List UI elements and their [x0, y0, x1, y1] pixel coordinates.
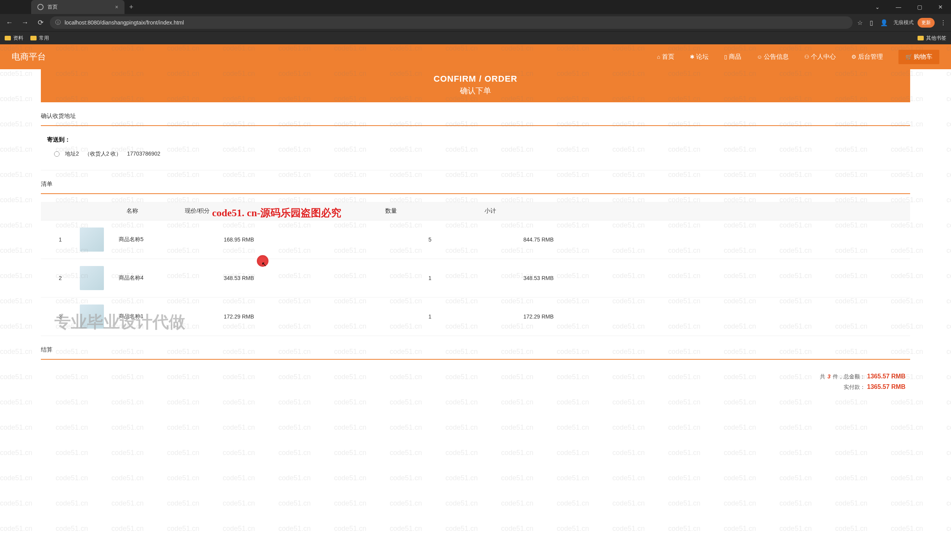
confirm-order-banner: CONFIRM / ORDER 确认下单 — [41, 69, 910, 102]
product-subtotal: 172.29 RMB — [488, 313, 910, 320]
product-subtotal: 844.75 RMB — [488, 236, 910, 243]
url-bar: ← → ⟳ ⓘ localhost:8080/dianshangpingtaix… — [0, 14, 951, 31]
product-price: 172.29 RMB — [224, 313, 372, 320]
info-icon: ⓘ — [55, 19, 61, 26]
product-image — [80, 304, 104, 329]
update-badge[interactable]: 更新 — [918, 18, 935, 28]
browser-tab[interactable]: 首页 × — [31, 0, 125, 14]
forward-button[interactable]: → — [19, 16, 31, 29]
chevron-down-icon[interactable]: ⌄ — [869, 1, 886, 13]
gear-icon: ⚙ — [851, 54, 856, 60]
home-icon: ⌂ — [657, 54, 660, 60]
product-name: 商品名称5 — [115, 236, 224, 243]
new-tab-button[interactable]: + — [125, 3, 138, 11]
row-index: 2 — [41, 275, 80, 281]
row-index: 3 — [41, 313, 80, 320]
divider — [41, 193, 910, 194]
product-icon: ▯ — [724, 54, 727, 60]
maximize-button[interactable]: ▢ — [911, 1, 928, 13]
divider — [41, 125, 910, 126]
product-name: 商品名称1 — [115, 313, 224, 320]
nav-announcements[interactable]: ☺公告信息 — [757, 53, 789, 61]
main-nav: ⌂首页 ✱论坛 ▯商品 ☺公告信息 ⚇个人中心 ⚙后台管理 🛒购物车 — [657, 50, 939, 64]
banner-title-en: CONFIRM / ORDER — [41, 74, 910, 84]
table-row: 3 商品名称1 172.29 RMB 1 172.29 RMB — [41, 298, 910, 336]
product-qty: 5 — [372, 236, 488, 243]
incognito-label: 无痕模式 — [893, 19, 914, 26]
nav-admin[interactable]: ⚙后台管理 — [851, 53, 883, 61]
banner-title-cn: 确认下单 — [41, 86, 910, 96]
product-qty: 1 — [372, 313, 488, 320]
back-button[interactable]: ← — [3, 16, 16, 29]
product-price: 168.95 RMB — [224, 236, 372, 243]
total-line: 共 3 件，总金额：1365.57 RMB — [41, 371, 910, 382]
tab-title: 首页 — [47, 4, 111, 10]
globe-icon — [37, 4, 44, 10]
url-text: localhost:8080/dianshangpingtaix/front/i… — [65, 19, 184, 26]
table-header: 名称 现价/积分 数量 小计 — [41, 202, 910, 220]
address-bar[interactable]: ⓘ localhost:8080/dianshangpingtaix/front… — [50, 16, 853, 29]
product-qty: 1 — [372, 275, 488, 281]
browser-chrome: 首页 × + ⌄ ― ▢ ✕ ← → ⟳ ⓘ localhost:8080/di… — [0, 0, 951, 44]
bookmark-folder-2[interactable]: 常用 — [30, 35, 49, 42]
bookmark-bar: 资料 常用 其他书签 — [0, 31, 951, 44]
nav-cart[interactable]: 🛒购物车 — [898, 50, 939, 64]
user-icon: ⚇ — [804, 54, 809, 60]
table-row: 1 商品名称5 168.95 RMB 5 844.75 RMB — [41, 220, 910, 259]
address-section-title: 确认收货地址 — [41, 102, 910, 125]
star-icon[interactable]: ☆ — [856, 18, 864, 28]
product-name: 商品名称4 — [115, 275, 224, 282]
close-icon[interactable]: × — [115, 4, 118, 10]
product-subtotal: 348.53 RMB — [488, 275, 910, 281]
product-image — [80, 266, 104, 290]
extension-icon[interactable]: ▯ — [868, 18, 875, 28]
nav-home[interactable]: ⌂首页 — [657, 53, 674, 61]
folder-icon — [5, 36, 11, 40]
send-to-label: 寄送到： — [41, 134, 910, 146]
tab-bar: 首页 × + ⌄ ― ▢ ✕ — [0, 0, 951, 14]
site-header: 电商平台 ⌂首页 ✱论坛 ▯商品 ☺公告信息 ⚇个人中心 ⚙后台管理 🛒购物车 — [0, 44, 951, 69]
nav-forum[interactable]: ✱论坛 — [690, 53, 709, 61]
row-index: 1 — [41, 236, 80, 243]
nav-products[interactable]: ▯商品 — [724, 53, 741, 61]
close-window-button[interactable]: ✕ — [932, 1, 949, 13]
settlement: 共 3 件，总金额：1365.57 RMB 实付款：1365.57 RMB — [41, 368, 910, 396]
address-text: 地址2 （收货人2 收） 17703786902 — [65, 150, 160, 158]
menu-icon[interactable]: ⋮ — [939, 18, 948, 28]
forum-icon: ✱ — [690, 54, 695, 60]
divider — [41, 359, 910, 360]
th-subtotal: 小计 — [449, 207, 910, 215]
product-image — [80, 228, 104, 252]
window-controls: ⌄ ― ▢ ✕ — [869, 1, 951, 13]
nav-profile[interactable]: ⚇个人中心 — [804, 53, 836, 61]
settlement-title: 结算 — [41, 336, 910, 359]
cart-icon: 🛒 — [905, 54, 912, 60]
page-viewport: 电商平台 ⌂首页 ✱论坛 ▯商品 ☺公告信息 ⚇个人中心 ⚙后台管理 🛒购物车 … — [0, 44, 951, 560]
address-option[interactable]: 地址2 （收货人2 收） 17703786902 — [41, 146, 910, 162]
list-section-title: 清单 — [41, 170, 910, 193]
table-row: 2 商品名称4 348.53 RMB 1 348.53 RMB — [41, 259, 910, 298]
bookmark-folder-1[interactable]: 资料 — [5, 35, 23, 42]
other-bookmarks[interactable]: 其他书签 — [918, 35, 946, 42]
th-qty: 数量 — [333, 207, 449, 215]
folder-icon — [918, 36, 924, 40]
th-name: 名称 — [41, 207, 185, 215]
incognito-icon: 👤 — [879, 18, 890, 28]
minimize-button[interactable]: ― — [890, 1, 907, 13]
site-logo[interactable]: 电商平台 — [12, 51, 46, 63]
reload-button[interactable]: ⟳ — [34, 16, 47, 29]
radio-button[interactable] — [54, 151, 60, 157]
pay-line: 实付款：1365.57 RMB — [41, 382, 910, 392]
announce-icon: ☺ — [757, 54, 762, 60]
th-price: 现价/积分 — [185, 207, 333, 215]
product-price: 348.53 RMB — [224, 275, 372, 281]
folder-icon — [30, 36, 37, 40]
